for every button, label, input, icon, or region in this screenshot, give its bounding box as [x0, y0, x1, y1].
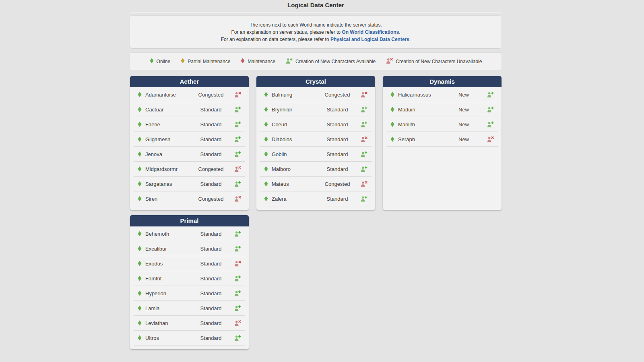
world-row: Coeurl Standard [260, 117, 372, 132]
data-center-panel-body: Adamantoise Congested Cactuar Standard F… [130, 87, 249, 210]
info-line-3: For an explanation on data centers, plea… [134, 36, 497, 43]
world-row: Gilgamesh Standard [134, 132, 245, 147]
legend-label: Maintenance [248, 59, 275, 64]
data-center-grid: Aether Adamantoise Congested Cactuar Sta… [130, 76, 502, 349]
world-classification: Standard [317, 166, 357, 172]
world-name: Sargatanas [145, 181, 191, 187]
legend-icon-host [241, 58, 245, 65]
data-center-panel: Primal Behemoth Standard Excalibur Stand… [130, 215, 249, 349]
character-creation-icon-host [234, 305, 241, 311]
world-name: Midgardsormr [145, 166, 191, 172]
physical-logical-data-centers-link[interactable]: Physical and Logical Data Centers [330, 37, 409, 42]
character-creation-icon-host [234, 196, 241, 202]
world-name: Lamia [145, 305, 191, 311]
character-creation-available-icon [487, 92, 494, 98]
online-diamond-icon [138, 92, 142, 97]
data-center-panel-body: Halicarnassus New Maduin New Marilith Ne… [383, 87, 502, 210]
server-status-icon-host [264, 151, 268, 157]
character-creation-icon-host [234, 261, 241, 267]
server-status-icon-host [138, 231, 142, 237]
character-creation-icon-host [234, 151, 241, 157]
world-name: Cactuar [145, 107, 191, 113]
world-row: Behemoth Standard [134, 226, 245, 241]
world-classification: Standard [191, 107, 231, 113]
character-creation-unavailable-icon [487, 136, 494, 142]
online-diamond-icon [138, 107, 142, 112]
character-creation-unavailable-icon [234, 320, 241, 326]
server-status-icon-host [264, 196, 268, 202]
server-status-icon-host [390, 92, 394, 97]
world-row: Faerie Standard [134, 117, 245, 132]
world-name: Ultros [145, 335, 191, 341]
character-creation-unavailable-icon [361, 92, 367, 98]
world-classification: Standard [191, 136, 231, 142]
world-classifications-link[interactable]: On World Classifications [342, 29, 399, 35]
world-name: Famfrit [145, 276, 191, 282]
maintenance-diamond-icon [241, 58, 245, 64]
character-creation-icon-host [234, 246, 241, 252]
server-status-icon-host [138, 107, 142, 112]
character-creation-icon-host [487, 121, 494, 128]
world-row: Leviathan Standard [134, 316, 245, 331]
data-center-name: Dynamis [429, 78, 455, 85]
server-status-icon-host [264, 107, 268, 112]
data-center-panel-header: Primal [130, 215, 249, 226]
world-row: Siren Congested [134, 191, 245, 206]
online-diamond-icon [264, 107, 268, 112]
character-creation-icon-host [361, 92, 367, 98]
world-classification: New [444, 107, 484, 113]
online-diamond-icon [138, 151, 142, 157]
world-name: Jenova [145, 151, 191, 157]
world-row: Famfrit Standard [134, 271, 245, 286]
world-name: Seraph [398, 136, 444, 142]
world-classification: Standard [317, 196, 357, 202]
character-creation-icon-host [234, 320, 241, 326]
world-row: Adamantoise Congested [134, 87, 245, 102]
server-status-icon-host [390, 121, 394, 127]
character-creation-icon-host [234, 181, 241, 187]
online-diamond-icon [150, 58, 154, 64]
world-name: Hyperion [145, 290, 191, 296]
data-center-panel: Aether Adamantoise Congested Cactuar Sta… [130, 76, 249, 210]
character-creation-icon-host [234, 136, 241, 142]
character-creation-icon-host [234, 276, 241, 282]
world-name: Coeurl [272, 121, 317, 128]
online-diamond-icon [264, 92, 268, 97]
online-diamond-icon [138, 196, 142, 202]
world-row: Seraph New [386, 132, 498, 147]
data-center-panel-header: Crystal [256, 76, 375, 87]
partial-maintenance-diamond-icon [181, 58, 185, 64]
character-creation-icon-host [361, 196, 367, 202]
data-center-name: Aether [180, 78, 199, 85]
world-name: Maduin [398, 107, 444, 113]
online-diamond-icon [138, 121, 142, 127]
online-diamond-icon [138, 136, 142, 142]
character-creation-available-icon [234, 231, 241, 237]
world-row: Brynhildr Standard [260, 102, 372, 117]
world-classification: Standard [191, 246, 231, 252]
world-row: Malboro Standard [260, 162, 372, 177]
character-creation-icon-host [234, 231, 241, 237]
world-classification: Standard [317, 151, 357, 157]
world-name: Zalera [272, 196, 317, 202]
online-diamond-icon [138, 181, 142, 187]
server-status-icon-host [264, 121, 268, 127]
online-diamond-icon [138, 320, 142, 326]
world-name: Behemoth [145, 231, 191, 237]
character-creation-available-icon [234, 181, 241, 187]
server-status-icon-host [138, 181, 142, 187]
online-diamond-icon [390, 92, 394, 97]
data-center-panel-body: Behemoth Standard Excalibur Standard Exo… [130, 226, 249, 349]
world-classification: Congested [317, 92, 357, 98]
character-creation-icon-host [361, 166, 367, 172]
world-name: Halicarnassus [398, 92, 444, 98]
online-diamond-icon [138, 261, 142, 266]
server-status-icon-host [138, 196, 142, 202]
world-row: Ultros Standard [134, 331, 245, 346]
character-creation-available-icon [361, 166, 367, 172]
legend-item: Maintenance [241, 58, 275, 65]
data-center-panel-header: Dynamis [383, 76, 502, 87]
online-diamond-icon [264, 196, 268, 202]
character-creation-available-icon [234, 276, 241, 282]
server-status-icon-host [138, 305, 142, 311]
